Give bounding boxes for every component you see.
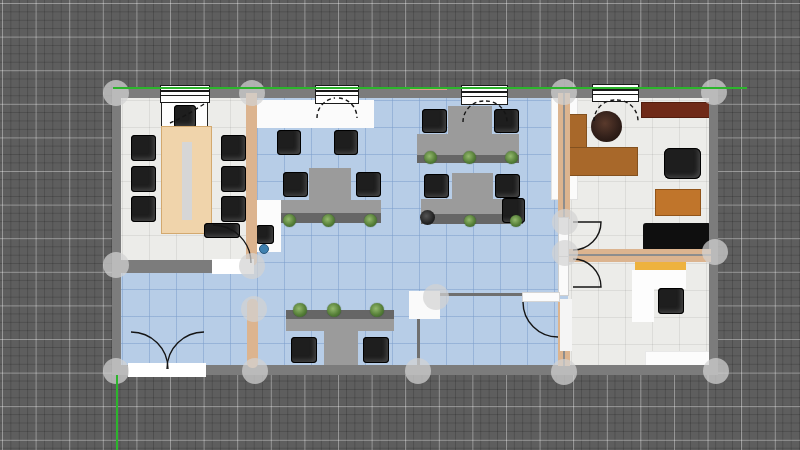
door-leaf[interactable] [560,299,572,351]
meeting-chair[interactable] [221,166,246,192]
wall-right[interactable] [709,89,718,375]
desk-plant-dark[interactable] [420,210,435,225]
exec-sideboard[interactable] [641,102,710,118]
meeting-foot-chair[interactable] [204,223,240,238]
guide-line-horizontal [113,87,747,90]
wall-centerline [563,93,565,219]
window-frame-line [593,94,638,96]
desk-plant[interactable] [322,214,335,227]
desk-plant[interactable] [464,215,476,227]
desk-chair[interactable] [277,130,301,155]
wall-handle[interactable] [103,252,129,278]
desk-plant[interactable] [364,214,377,227]
wall-handle[interactable] [103,80,129,106]
desk-plant[interactable] [327,303,341,317]
wall-handle[interactable] [405,358,431,384]
entrance-door-opening[interactable] [128,363,206,377]
desk-plant[interactable] [370,303,384,317]
meeting-chair[interactable] [131,135,156,161]
window-frame-line [161,90,209,92]
window-frame-line [462,96,507,98]
desk-plant[interactable] [463,151,476,164]
desk-chair[interactable] [334,130,358,155]
wall-handle[interactable] [423,284,449,310]
desk-plant[interactable] [293,303,307,317]
meeting-chair[interactable] [221,196,246,222]
desk-plant[interactable] [424,151,437,164]
sofa[interactable] [643,223,711,251]
desk-cluster-1-column[interactable] [309,168,351,201]
wall-handle[interactable] [703,358,729,384]
office2-chair[interactable] [658,288,684,314]
desk-cluster-4-column[interactable] [324,331,358,369]
exec-desk[interactable] [567,147,638,176]
window-frame-line [593,89,638,91]
wall-meeting-east[interactable] [246,93,257,266]
plan-canvas[interactable] [0,0,800,450]
desk-plant[interactable] [283,214,296,227]
wall-handle[interactable] [551,79,577,105]
wall-desk-chair[interactable] [256,225,274,244]
wall-centerline [569,254,711,256]
desk-cluster-3-column[interactable] [452,173,493,201]
wall-handle[interactable] [241,296,267,322]
wall-handle[interactable] [702,239,728,265]
white-counter[interactable] [257,100,374,128]
desk-chair[interactable] [422,109,447,133]
meeting-chair[interactable] [131,196,156,222]
coffee-table[interactable] [655,189,701,216]
desk-chair[interactable] [424,174,449,198]
desk-plant[interactable] [505,151,518,164]
window-frame-line [316,95,358,97]
desk-chair[interactable] [495,174,520,198]
desk-chair[interactable] [356,172,381,197]
exec-desk-return[interactable] [567,114,587,148]
desk-cluster-2-column[interactable] [448,106,492,136]
desk-chair[interactable] [283,172,308,197]
blue-bin[interactable] [259,244,269,254]
meeting-chair[interactable] [131,166,156,192]
wall-handle[interactable] [551,359,577,385]
window-frame-line [316,90,358,92]
exec-chair[interactable] [591,111,622,142]
desk-plant[interactable] [510,215,522,227]
door-leaf[interactable] [522,292,560,302]
window-frame-line [161,95,209,97]
wall-handle[interactable] [701,79,727,105]
guide-line-vertical [116,375,119,450]
wall-handle[interactable] [242,358,268,384]
armchair[interactable] [664,148,701,179]
wall-left[interactable] [112,89,121,375]
wall-handle[interactable] [552,209,578,235]
wall-handle[interactable] [552,240,578,266]
meeting-chair[interactable] [221,135,246,161]
desk-chair[interactable] [291,337,317,363]
table-runner [182,142,192,220]
wall-handle[interactable] [239,80,265,106]
office2-desk-return[interactable] [632,270,654,322]
desk-chair[interactable] [363,337,389,363]
meeting-head-chair[interactable] [174,105,196,128]
wall-handle[interactable] [239,253,265,279]
desk-chair[interactable] [494,109,519,133]
window-frame-line [462,91,507,93]
